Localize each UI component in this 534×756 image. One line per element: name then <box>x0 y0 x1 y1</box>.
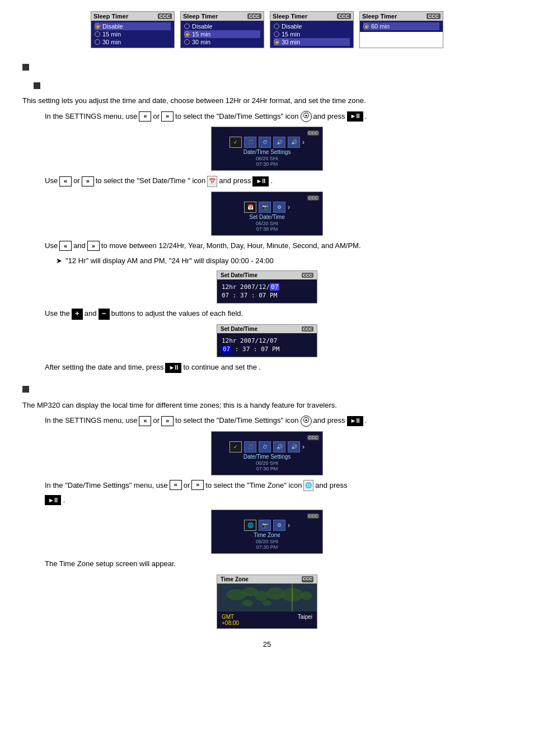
device-screenshot-setdatetime: CCC 📅 📷 ⚙ › Set Date/Time 06/20 SHI07:38… <box>211 192 323 236</box>
sdt-body-1: 12hr 2007/12/07 07 : 37 : 07 PM <box>217 279 317 303</box>
ds-arrow-right-2: › <box>288 203 290 211</box>
ds-ccc-s2: CCC <box>307 435 319 440</box>
sleep-timer-examples: Sleep Timer CCC Disable 15 min 30 min Sl… <box>22 11 512 48</box>
bullet-12hr: ➤ "12 Hr" will display AM and PM, "24 Hr… <box>56 255 512 267</box>
svg-point-8 <box>242 600 253 606</box>
sdt-header-2: Set Date/Time CCC <box>217 325 317 333</box>
svg-point-7 <box>263 600 271 606</box>
sleep-timer-title-3: Sleep Timer <box>273 13 307 20</box>
ds-time-s2: 06/20 SHI07:30 PM <box>215 460 319 472</box>
sleep-timer-header-1: Sleep Timer CCC <box>91 12 174 21</box>
ds-icons-tz: 🌐 📷 ⚙ › <box>215 520 319 531</box>
tz-map-area <box>217 584 317 612</box>
ds-arrow-tz: › <box>288 521 290 529</box>
ds-time-2: 06/20 SHI07:38 PM <box>215 221 319 232</box>
svg-point-6 <box>301 591 312 600</box>
sleep-option-15-2: 15 min <box>184 30 260 38</box>
prev-nav-btn-s2-1: « <box>139 416 151 426</box>
ds-header-tz: CCC <box>215 514 319 519</box>
sleep-timer-title-1: Sleep Timer <box>93 13 128 20</box>
ds-header-2: CCC <box>215 195 319 200</box>
section2-step2: In the "Date/Time Settings" menu, use « … <box>45 480 512 492</box>
tz-header: Time Zone CCC <box>217 575 317 584</box>
ds-icon-s22: ⏱ <box>259 441 271 452</box>
ds-label-datetime-2: Date/Time Settings <box>215 454 319 460</box>
ds-time-tz: 06/20 SHI07:30 PM <box>215 539 319 550</box>
minus-btn: − <box>99 309 110 320</box>
sdt-row-3: 12hr 2007/12/07 <box>222 337 312 345</box>
ds-icon-21: 📷 <box>259 202 271 213</box>
sleep-option-30-3: 30 min <box>274 38 350 46</box>
plus-btn: + <box>72 309 83 320</box>
ds-time-1: 06/20 SHI07:30 PM <box>215 156 319 167</box>
sleep-option-disable-2: Disable <box>184 22 260 30</box>
section2-step1: In the SETTINGS menu, use « or » to sele… <box>45 415 512 427</box>
ds-icon-2: ⏱ <box>259 137 271 148</box>
ds-icon-tz1: 📷 <box>259 520 271 531</box>
ds-label-setdatetime: Set Date/Time <box>215 214 319 220</box>
sleep-timer-box-4: Sleep Timer CCC 60 min <box>359 11 443 48</box>
radio-30-2 <box>184 39 190 45</box>
ds-ccc-1: CCC <box>307 130 319 136</box>
radio-disable-3 <box>274 24 279 29</box>
svg-point-3 <box>255 591 268 601</box>
sleep-option-disable: Disable <box>95 22 171 30</box>
sleep-timer-body-1: Disable 15 min 30 min <box>91 21 174 48</box>
sleep-timer-box-3: Sleep Timer CCC Disable 15 min 30 min <box>270 11 354 48</box>
section1-main-text: This setting lets you adjust the time an… <box>22 95 512 106</box>
section1-step1: In the SETTINGS menu, use « or » to sele… <box>45 111 512 123</box>
radio-15 <box>95 31 100 37</box>
sleep-timer-body-2: Disable 15 min 30 min <box>181 21 264 48</box>
section2-main-text: The MP320 can display the local time for… <box>22 400 512 411</box>
play-pause-btn-2: ►II <box>252 176 269 186</box>
play-pause-btn-s2-1: ►II <box>347 416 363 426</box>
sdt-header-1: Set Date/Time CCC <box>217 271 317 279</box>
play-pause-btn-s2-2: ►II <box>45 495 61 505</box>
ds-icons-2: 📅 📷 ⚙ › <box>215 202 319 213</box>
prev-nav-btn-1: « <box>139 111 151 122</box>
bullet-arrow-1: ➤ <box>56 255 62 267</box>
section-marker-2 <box>34 78 512 93</box>
ds-header-s2: CCC <box>215 435 319 440</box>
ds-icons-s2: ✓ 🎵 ⏱ 🔊 🔊 › <box>215 441 319 452</box>
ccc-badge-2: CCC <box>247 13 262 19</box>
ds-header-1: CCC <box>215 130 319 136</box>
ccc-badge-4: CCC <box>427 13 441 19</box>
play-pause-btn-1: ►II <box>347 111 363 122</box>
sdt-body-2: 12hr 2007/12/07 07 : 37 : 07 PM <box>217 333 317 357</box>
sdt-screenshot-1: Set Date/Time CCC 12hr 2007/12/07 07 : 3… <box>217 270 317 304</box>
ds-icon-tz2: ⚙ <box>273 520 285 531</box>
section1-step5: After setting the date and time, press ►… <box>45 362 512 374</box>
sdt-row-1: 12hr 2007/12/07 <box>222 283 312 291</box>
ds-arrow-s2: › <box>302 443 305 451</box>
section1-step3: Use « and » to move between 12/24Hr, Yea… <box>45 240 512 252</box>
ds-icon-s23: 🔊 <box>273 441 285 452</box>
sleep-timer-body-3: Disable 15 min 30 min <box>270 21 353 48</box>
sleep-option-15: 15 min <box>95 30 171 38</box>
ds-ccc-2: CCC <box>307 195 319 200</box>
timezone-screenshot: Time Zone CCC GMT+08:00 Taipei <box>217 575 317 629</box>
prev-nav-btn-s2-2: « <box>170 480 182 490</box>
ds-ccc-tz: CCC <box>307 514 319 519</box>
sdt-hour-highlight: 07 <box>222 346 231 353</box>
ds-label-timezone: Time Zone <box>215 532 319 538</box>
sleep-timer-title-2: Sleep Timer <box>183 13 218 20</box>
ds-icon-1: 🎵 <box>244 137 256 148</box>
timezone-icon: 🌐 <box>303 480 313 491</box>
datetime-settings-icon-1: ⦿ <box>301 111 312 122</box>
radio-disable <box>95 24 100 29</box>
prev-nav-btn-3: « <box>59 241 72 251</box>
page-number: 25 <box>22 640 512 648</box>
ccc-badge-3: CCC <box>337 13 352 19</box>
section2-step3: The Time Zone setup screen will appear. <box>45 558 512 570</box>
device-screenshot-datetime: CCC ✓ 🎵 ⏱ 🔊 🔊 › Date/Time Settings 06/20… <box>211 127 323 171</box>
radio-disable-2 <box>184 24 190 29</box>
set-datetime-icon: 📅 <box>207 176 217 187</box>
sleep-option-30-2: 30 min <box>184 38 260 46</box>
sleep-timer-box-2: Sleep Timer CCC Disable 15 min 30 min <box>180 11 264 48</box>
radio-30 <box>95 39 100 45</box>
play-pause-btn-5: ►II <box>165 363 181 373</box>
ds-label-datetime: Date/Time Settings <box>215 149 319 155</box>
sdt-ccc-1: CCC <box>302 273 313 278</box>
sleep-timer-title-4: Sleep Timer <box>362 13 397 20</box>
